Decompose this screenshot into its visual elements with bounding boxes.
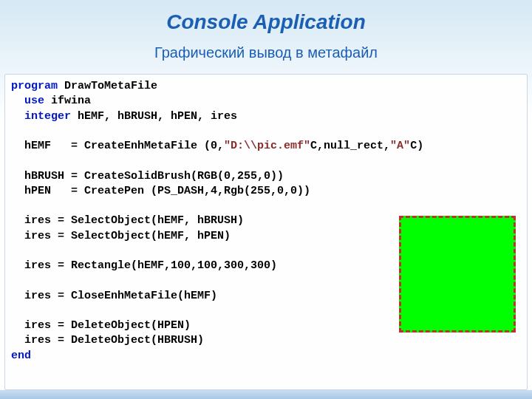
string-literal: "D:\\pic.emf" [224, 140, 310, 152]
code-text: hEMF, hBRUSH, hPEN, ires [71, 110, 237, 123]
keyword-end: end [11, 349, 31, 362]
code-text: C) [410, 140, 423, 152]
code-text: hEMF = CreateEnhMetaFile (0, [11, 140, 224, 152]
code-text: hBRUSH = CreateSolidBrush(RGB(0,255,0)) [11, 170, 284, 183]
keyword-integer: integer [11, 110, 71, 123]
code-text: C,null_rect, [310, 140, 390, 152]
keyword-use: use [11, 95, 44, 107]
code-text: ires = SelectObject(hEMF, hBRUSH) [11, 214, 244, 227]
code-text: ires = Rectangle(hEMF,100,100,300,300) [11, 259, 277, 272]
code-text: DrawToMetaFile [58, 80, 157, 92]
footer-bar [0, 390, 532, 399]
code-text: ires = CloseEnhMetaFile(hEMF) [11, 290, 217, 302]
string-literal: "A" [390, 140, 410, 152]
code-text: hPEN = CreatePen (PS_DASH,4,Rgb(255,0,0)… [11, 185, 310, 197]
slide-title: Console Application [0, 0, 532, 34]
keyword-program: program [11, 80, 58, 92]
rectangle-graphic [399, 216, 516, 332]
code-text: ires = DeleteObject(HBRUSH) [11, 334, 204, 347]
code-text: ires = DeleteObject(HPEN) [11, 319, 191, 332]
code-text: ires = SelectObject(hEMF, hPEN) [11, 230, 231, 242]
code-text: ifwina [44, 95, 91, 107]
slide-subtitle: Графический вывод в метафайл [0, 44, 532, 61]
